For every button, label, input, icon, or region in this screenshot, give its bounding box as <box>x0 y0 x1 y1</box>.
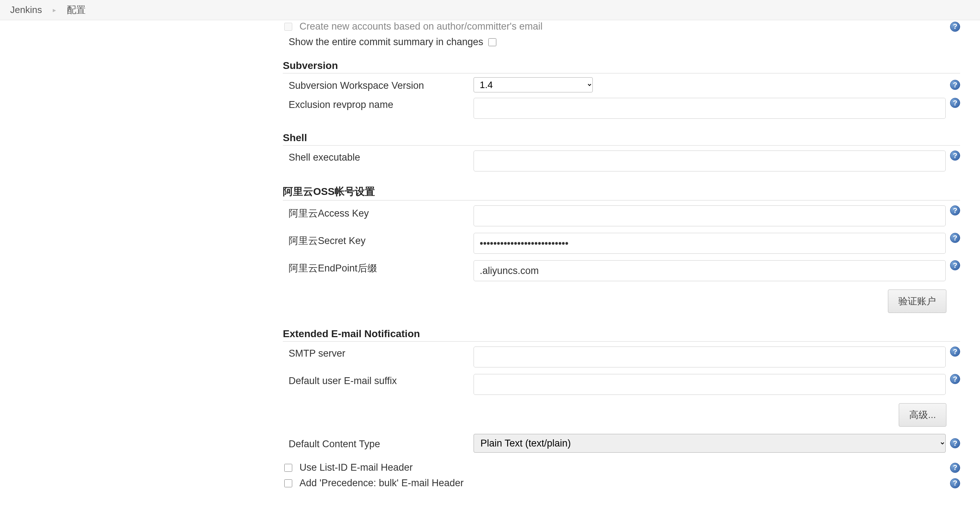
use-listid-checkbox[interactable] <box>284 464 292 472</box>
help-icon[interactable]: ? <box>950 205 960 216</box>
aliyun-secretkey-input[interactable] <box>474 233 946 254</box>
help-icon[interactable]: ? <box>950 463 960 473</box>
svn-exclusion-row: Exclusion revprop name ? <box>283 95 960 122</box>
show-commit-summary-checkbox[interactable] <box>488 38 496 46</box>
aliyun-secretkey-row: 阿里云Secret Key ? <box>283 230 960 257</box>
create-accounts-row: Create new accounts based on author/comm… <box>283 19 960 34</box>
create-accounts-label: Create new accounts based on author/comm… <box>297 21 542 32</box>
content-type-select[interactable]: Plain Text (text/plain) <box>474 434 946 452</box>
help-icon[interactable]: ? <box>950 22 960 32</box>
breadcrumb: Jenkins ▸ 配置 <box>0 0 980 20</box>
help-icon[interactable]: ? <box>950 374 960 384</box>
svn-workspace-row: Subversion Workspace Version 1.4 ? <box>283 75 960 95</box>
aliyun-secretkey-label: 阿里云Secret Key <box>283 233 474 247</box>
help-icon[interactable]: ? <box>950 98 960 108</box>
section-subversion: Subversion <box>283 60 960 74</box>
use-listid-label: Use List-ID E-mail Header <box>297 462 413 473</box>
help-icon[interactable]: ? <box>950 478 960 488</box>
add-precedence-row: Add 'Precedence: bulk' E-mail Header ? <box>283 475 960 491</box>
create-accounts-checkbox[interactable] <box>284 23 292 31</box>
show-commit-summary-label: Show the entire commit summary in change… <box>289 37 483 48</box>
shell-exec-label: Shell executable <box>283 151 474 163</box>
svn-exclusion-input[interactable] <box>474 98 946 119</box>
help-icon[interactable]: ? <box>950 80 960 90</box>
help-icon[interactable]: ? <box>950 151 960 160</box>
content-type-label: Default Content Type <box>283 437 474 450</box>
breadcrumb-jenkins-link[interactable]: Jenkins <box>10 4 42 16</box>
aliyun-accesskey-label: 阿里云Access Key <box>283 205 474 220</box>
aliyun-endpoint-input[interactable] <box>474 260 946 281</box>
section-aliyun: 阿里云OSS帐号设置 <box>283 185 960 201</box>
add-precedence-checkbox[interactable] <box>284 479 292 487</box>
shell-exec-row: Shell executable ? <box>283 147 960 175</box>
verify-account-button[interactable]: 验证账户 <box>888 289 947 313</box>
content-type-row: Default Content Type Plain Text (text/pl… <box>283 432 960 455</box>
aliyun-verify-row: 验证账户 <box>283 284 960 318</box>
chevron-right-icon: ▸ <box>53 6 56 14</box>
email-suffix-label: Default user E-mail suffix <box>283 374 474 387</box>
use-listid-row: Use List-ID E-mail Header ? <box>283 460 960 475</box>
aliyun-endpoint-label: 阿里云EndPoint后缀 <box>283 260 474 275</box>
section-shell: Shell <box>283 132 960 146</box>
aliyun-accesskey-input[interactable] <box>474 205 946 226</box>
breadcrumb-config-link[interactable]: 配置 <box>67 3 86 16</box>
advanced-button[interactable]: 高级... <box>899 403 947 427</box>
svn-exclusion-label: Exclusion revprop name <box>283 98 474 110</box>
help-icon[interactable]: ? <box>950 346 960 357</box>
smtp-input[interactable] <box>474 346 946 367</box>
smtp-label: SMTP server <box>283 346 474 359</box>
section-email: Extended E-mail Notification <box>283 328 960 342</box>
show-commit-summary-row: Show the entire commit summary in change… <box>283 34 960 50</box>
aliyun-endpoint-row: 阿里云EndPoint后缀 ? <box>283 257 960 284</box>
help-icon[interactable]: ? <box>950 260 960 270</box>
config-form: Create new accounts based on author/comm… <box>283 19 960 491</box>
svn-workspace-label: Subversion Workspace Version <box>283 79 474 91</box>
smtp-row: SMTP server ? <box>283 343 960 371</box>
shell-exec-input[interactable] <box>474 151 946 171</box>
help-icon[interactable]: ? <box>950 438 960 448</box>
add-precedence-label: Add 'Precedence: bulk' E-mail Header <box>297 478 464 489</box>
email-advanced-row: 高级... <box>283 398 960 432</box>
svn-workspace-select[interactable]: 1.4 <box>474 77 593 92</box>
email-suffix-row: Default user E-mail suffix ? <box>283 371 960 398</box>
help-icon[interactable]: ? <box>950 233 960 243</box>
email-suffix-input[interactable] <box>474 374 946 395</box>
aliyun-accesskey-row: 阿里云Access Key ? <box>283 202 960 230</box>
main-content: Create new accounts based on author/comm… <box>0 19 980 505</box>
